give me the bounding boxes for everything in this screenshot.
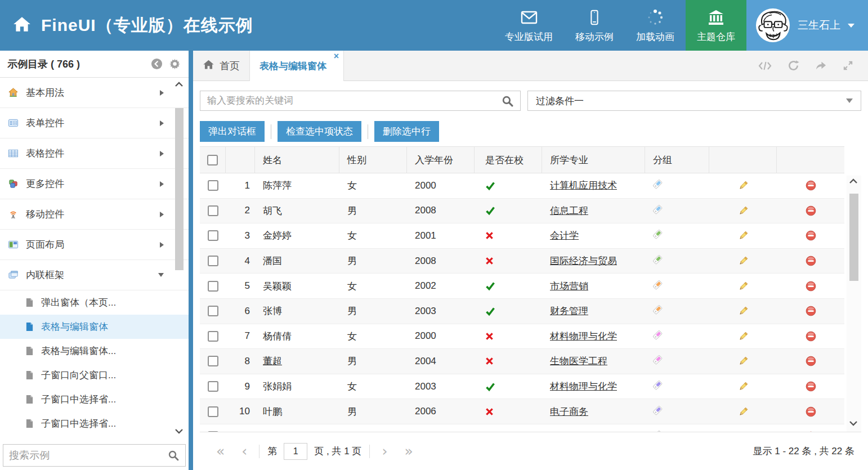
expand-icon[interactable] bbox=[843, 60, 853, 71]
scroll-down-icon[interactable] bbox=[172, 428, 186, 437]
row-checkbox[interactable] bbox=[208, 230, 218, 241]
major-link[interactable]: 计算机应用技术 bbox=[550, 180, 617, 191]
toolbar-button[interactable]: 删除选中行 bbox=[374, 121, 439, 142]
search-icon[interactable] bbox=[168, 450, 179, 461]
row-checkbox[interactable] bbox=[208, 331, 218, 342]
select-all-checkbox[interactable] bbox=[207, 155, 218, 165]
sidebar-search-input[interactable] bbox=[3, 444, 186, 467]
delete-icon[interactable] bbox=[806, 281, 816, 292]
major-link[interactable]: 材料物理与化学 bbox=[550, 331, 617, 342]
pencil-edit-icon[interactable] bbox=[738, 381, 749, 392]
major-link[interactable]: 市场营销 bbox=[550, 281, 588, 292]
sidebar-item[interactable]: 子窗口向父窗口... bbox=[0, 363, 189, 387]
row-checkbox[interactable] bbox=[208, 431, 218, 432]
top-nav-item[interactable]: 主题仓库 bbox=[686, 0, 746, 51]
pencil-edit-icon[interactable] bbox=[738, 281, 749, 292]
pencil-edit-icon[interactable] bbox=[738, 205, 749, 216]
row-checkbox[interactable] bbox=[208, 406, 218, 417]
first-page-button[interactable]: « bbox=[208, 444, 233, 458]
top-nav-item[interactable]: 移动示例 bbox=[564, 0, 625, 51]
sidebar-group[interactable]: 内联框架 bbox=[0, 260, 189, 290]
pencil-edit-icon[interactable] bbox=[738, 431, 749, 432]
row-checkbox[interactable] bbox=[208, 356, 218, 366]
row-checkbox[interactable] bbox=[208, 381, 218, 392]
prev-page-button[interactable]: ‹ bbox=[233, 444, 256, 458]
scroll-up-icon[interactable] bbox=[172, 81, 186, 90]
major-link[interactable]: 电子商务 bbox=[550, 406, 588, 417]
sidebar-item[interactable]: 子窗口中选择省... bbox=[0, 436, 189, 441]
major-link[interactable]: 材料物理与化学 bbox=[550, 381, 617, 392]
delete-icon[interactable] bbox=[806, 230, 816, 241]
student-name[interactable]: 董超 bbox=[255, 355, 339, 368]
sidebar-item[interactable]: 子窗口中选择省... bbox=[0, 411, 189, 436]
tab-home[interactable]: 首页 bbox=[193, 51, 249, 80]
delete-icon[interactable] bbox=[806, 205, 816, 216]
sidebar-group[interactable]: 表格控件 bbox=[0, 138, 189, 169]
delete-icon[interactable] bbox=[806, 356, 816, 366]
major-link[interactable]: 信息工程 bbox=[550, 205, 588, 216]
major-link[interactable]: 国际经济与贸易 bbox=[550, 256, 617, 266]
last-page-button[interactable]: » bbox=[396, 444, 421, 458]
major-link[interactable]: 会计学 bbox=[550, 230, 579, 241]
sidebar-group[interactable]: 移动控件 bbox=[0, 199, 189, 230]
pencil-edit-icon[interactable] bbox=[738, 256, 749, 266]
row-checkbox[interactable] bbox=[208, 256, 218, 266]
top-nav-item[interactable]: 专业版试用 bbox=[494, 0, 564, 51]
delete-icon[interactable] bbox=[806, 406, 816, 417]
major-link[interactable]: 财务管理 bbox=[550, 306, 588, 316]
pencil-edit-icon[interactable] bbox=[738, 180, 749, 191]
sidebar-group[interactable]: 表单控件 bbox=[0, 108, 189, 138]
pencil-edit-icon[interactable] bbox=[738, 230, 749, 241]
collapse-back-icon[interactable] bbox=[151, 58, 163, 70]
expand-arrow-icon bbox=[160, 212, 164, 217]
delete-icon[interactable] bbox=[806, 180, 816, 191]
scrollbar-thumb[interactable] bbox=[175, 108, 184, 270]
sidebar-item[interactable]: 子窗口中选择省... bbox=[0, 387, 189, 411]
scrollbar-thumb[interactable] bbox=[849, 194, 858, 281]
search-icon[interactable] bbox=[502, 95, 513, 107]
pencil-edit-icon[interactable] bbox=[738, 356, 749, 366]
gear-icon[interactable] bbox=[169, 58, 181, 70]
sidebar-item[interactable]: 弹出窗体（本页... bbox=[0, 290, 189, 315]
row-checkbox[interactable] bbox=[208, 306, 218, 316]
page-input[interactable] bbox=[284, 443, 307, 460]
close-icon[interactable]: × bbox=[334, 52, 339, 61]
major-link[interactable]: 生物医学工程 bbox=[550, 356, 607, 366]
refresh-icon[interactable] bbox=[788, 60, 799, 71]
delete-icon[interactable] bbox=[806, 381, 816, 392]
envelope-icon bbox=[520, 8, 538, 27]
pencil-edit-icon[interactable] bbox=[738, 306, 749, 316]
code-icon[interactable] bbox=[758, 61, 772, 71]
share-icon[interactable] bbox=[815, 60, 827, 71]
sidebar-group[interactable]: 基本用法 bbox=[0, 78, 189, 108]
next-page-button[interactable]: › bbox=[373, 444, 396, 458]
delete-icon[interactable] bbox=[806, 331, 816, 342]
toolbar-button[interactable]: 弹出对话框 bbox=[200, 121, 265, 142]
row-checkbox[interactable] bbox=[208, 281, 218, 292]
tag-icon bbox=[652, 279, 663, 293]
scroll-up-icon[interactable] bbox=[847, 178, 860, 187]
user-menu[interactable]: 三生石上 bbox=[746, 0, 868, 51]
toolbar-button[interactable]: 检查选中项状态 bbox=[278, 121, 361, 142]
tab-active[interactable]: 表格与编辑窗体 × bbox=[249, 51, 344, 81]
delete-icon[interactable] bbox=[806, 431, 816, 432]
scroll-down-icon[interactable] bbox=[847, 420, 860, 429]
delete-icon[interactable] bbox=[806, 256, 816, 266]
top-nav-item[interactable]: 加载动画 bbox=[625, 0, 686, 51]
pencil-edit-icon[interactable] bbox=[738, 406, 749, 417]
sidebar-splitter[interactable] bbox=[189, 51, 193, 470]
check-icon bbox=[475, 205, 542, 216]
row-checkbox[interactable] bbox=[208, 180, 218, 191]
delete-icon[interactable] bbox=[806, 306, 816, 316]
sidebar-group[interactable]: 更多控件 bbox=[0, 169, 189, 199]
row-checkbox[interactable] bbox=[208, 205, 218, 216]
keyword-search-input[interactable] bbox=[200, 91, 520, 110]
sidebar-item[interactable]: 表格与编辑窗体... bbox=[0, 339, 189, 363]
sidebar-item[interactable]: 表格与编辑窗体 bbox=[0, 315, 189, 339]
major-link[interactable]: 管理学 bbox=[550, 431, 579, 432]
student-name: 吴颖颖 bbox=[255, 280, 339, 293]
sidebar-group[interactable]: 页面布局 bbox=[0, 230, 189, 260]
pencil-edit-icon[interactable] bbox=[738, 331, 749, 342]
enroll-year: 2000 bbox=[407, 180, 475, 191]
filter-dropdown[interactable]: 过滤条件一 bbox=[527, 91, 861, 111]
